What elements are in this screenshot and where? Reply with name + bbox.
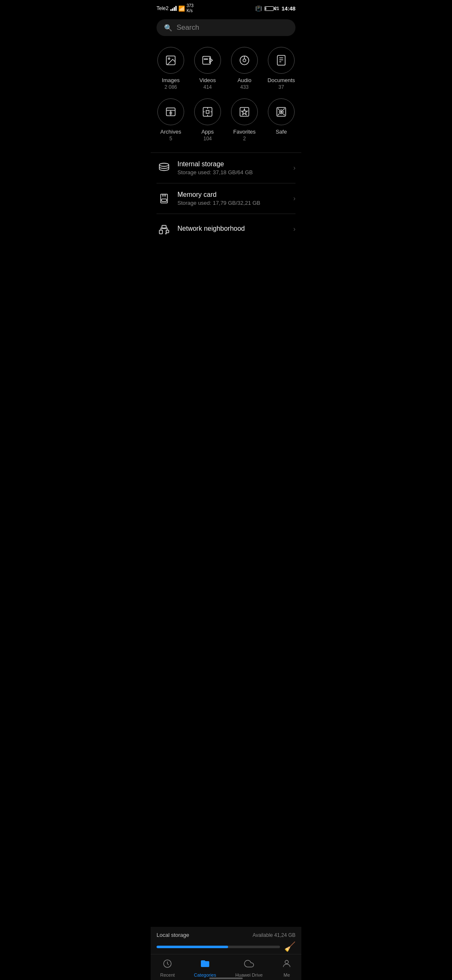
category-item-favorites[interactable]: Favorites 2 — [226, 94, 263, 146]
svg-line-24 — [278, 108, 280, 110]
status-bar: Tele2 📶 373K/s 📳 21 14:48 — [151, 0, 301, 15]
apps-label: Apps — [201, 129, 214, 135]
search-icon: 🔍 — [164, 24, 172, 32]
images-label: Images — [162, 77, 180, 83]
svg-rect-9 — [277, 55, 285, 65]
svg-line-26 — [283, 114, 285, 116]
time-label: 14:48 — [282, 5, 295, 12]
documents-icon — [268, 47, 295, 74]
battery-percent: 21 — [275, 6, 279, 11]
category-item-archives[interactable]: Archives 5 — [152, 94, 189, 146]
status-left: Tele2 📶 373K/s — [157, 3, 193, 13]
storage-section: Internal storage Storage used: 37,18 GB/… — [151, 153, 301, 244]
memory-card-info: Memory card Storage used: 17,79 GB/32,21… — [177, 191, 288, 206]
apps-icon — [194, 98, 221, 125]
network-info: Network neighborhood — [177, 225, 288, 234]
internal-storage-name: Internal storage — [177, 160, 288, 168]
videos-label: Videos — [199, 77, 216, 83]
internal-storage-detail: Storage used: 37,18 GB/64 GB — [177, 169, 288, 175]
search-bar[interactable]: 🔍 Search — [157, 19, 295, 36]
storage-item-internal[interactable]: Internal storage Storage used: 37,18 GB/… — [157, 153, 295, 183]
svg-point-28 — [159, 163, 169, 167]
apps-count: 104 — [203, 136, 212, 142]
memory-card-icon — [157, 191, 172, 206]
wifi-icon: 📶 — [178, 5, 185, 12]
category-item-videos[interactable]: Videos 414 — [189, 43, 226, 94]
videos-count: 414 — [203, 84, 212, 90]
category-item-safe[interactable]: Safe — [263, 94, 300, 146]
audio-count: 433 — [240, 84, 249, 90]
internal-storage-icon — [157, 160, 172, 175]
archives-count: 5 — [170, 136, 172, 142]
safe-label: Safe — [276, 129, 287, 135]
svg-point-23 — [280, 111, 282, 113]
speed-label: 373K/s — [187, 3, 194, 13]
memory-card-chevron: › — [293, 195, 295, 202]
favorites-count: 2 — [243, 136, 246, 142]
vibrate-icon: 📳 — [255, 5, 262, 12]
network-chevron: › — [293, 225, 295, 233]
svg-rect-34 — [159, 230, 163, 234]
documents-label: Documents — [267, 77, 295, 83]
status-right: 📳 21 14:48 — [255, 5, 295, 12]
videos-icon — [194, 47, 221, 74]
favorites-label: Favorites — [233, 129, 255, 135]
svg-point-1 — [168, 58, 170, 59]
signal-icon — [170, 6, 177, 11]
svg-rect-5 — [204, 59, 208, 59]
category-item-apps[interactable]: Apps 104 — [189, 94, 226, 146]
network-name: Network neighborhood — [177, 225, 288, 232]
svg-point-7 — [243, 59, 246, 62]
memory-card-name: Memory card — [177, 191, 288, 199]
svg-marker-20 — [241, 109, 247, 115]
svg-line-27 — [278, 114, 280, 116]
category-item-audio[interactable]: Audio 433 — [226, 43, 263, 94]
internal-storage-info: Internal storage Storage used: 37,18 GB/… — [177, 160, 288, 175]
internal-storage-chevron: › — [293, 164, 295, 172]
search-placeholder: Search — [177, 23, 199, 32]
storage-item-network[interactable]: Network neighborhood › — [157, 214, 295, 244]
category-grid: Images 2 086 Videos 414 Audio 433 — [151, 43, 301, 152]
safe-icon — [268, 98, 295, 125]
memory-card-detail: Storage used: 17,79 GB/32,21 GB — [177, 200, 288, 206]
archives-icon — [157, 98, 184, 125]
favorites-icon — [231, 98, 258, 125]
images-icon — [157, 47, 184, 74]
documents-count: 37 — [278, 84, 284, 90]
carrier-label: Tele2 — [157, 5, 169, 11]
network-icon — [157, 222, 172, 237]
storage-item-memory-card[interactable]: Memory card Storage used: 17,79 GB/32,21… — [157, 183, 295, 214]
audio-icon — [231, 47, 258, 74]
archives-label: Archives — [160, 129, 181, 135]
svg-rect-33 — [162, 199, 167, 201]
category-item-documents[interactable]: Documents 37 — [263, 43, 300, 94]
svg-rect-36 — [166, 230, 169, 233]
audio-label: Audio — [237, 77, 251, 83]
images-count: 2 086 — [164, 84, 177, 90]
svg-marker-3 — [210, 58, 213, 63]
category-item-images[interactable]: Images 2 086 — [152, 43, 189, 94]
svg-line-25 — [283, 108, 285, 110]
battery: 21 — [265, 6, 279, 11]
